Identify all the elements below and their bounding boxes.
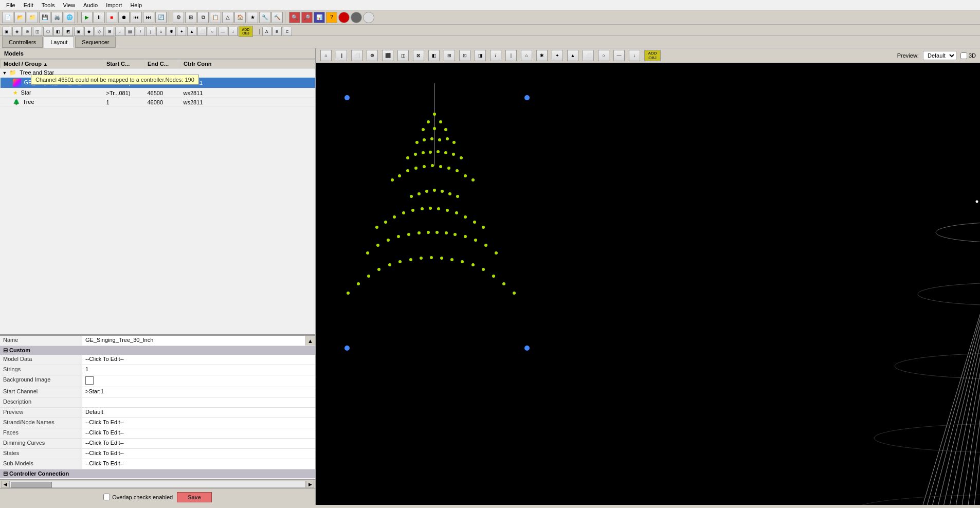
canvas-btn-15[interactable]: ✱ [536, 50, 548, 61]
tab-layout[interactable]: Layout [44, 37, 74, 48]
tb2-r3[interactable]: C [283, 27, 292, 36]
tb2-btn11[interactable]: ⊞ [105, 27, 114, 36]
chart-button[interactable]: 📊 [314, 12, 325, 23]
prop-faces-value[interactable]: --Click To Edit-- [82, 428, 315, 438]
prev-button[interactable]: ⏮ [131, 12, 142, 23]
tb2-btn1[interactable]: ▣ [2, 27, 11, 36]
tab-sequencer[interactable]: Sequencer [75, 37, 116, 48]
collapse-custom[interactable]: ⊟ [3, 347, 8, 353]
tb2-btn13[interactable]: ▤ [125, 27, 135, 36]
hscroll-left[interactable]: ◀ [1, 481, 9, 488]
paste-button[interactable]: 📋 [210, 12, 221, 23]
settings-button[interactable]: ⚙ [173, 12, 184, 23]
canvas-btn-20[interactable]: — [613, 50, 625, 61]
open2-button[interactable]: 📁 [27, 12, 38, 23]
canvas-btn-8[interactable]: ◧ [428, 50, 440, 61]
canvas-area[interactable] [316, 63, 980, 505]
canvas-btn-1[interactable]: ⌂ [320, 50, 332, 61]
hscroll-right[interactable]: ▶ [306, 481, 314, 488]
open-button[interactable]: 📂 [14, 12, 26, 23]
prop-description-value[interactable] [82, 397, 315, 407]
tb2-btn19[interactable]: ▲ [187, 27, 196, 36]
grid-button[interactable]: ⊞ [185, 12, 196, 23]
canvas-btn-2[interactable]: ∥ [336, 50, 347, 61]
canvas-btn-9[interactable]: ⊞ [444, 50, 455, 61]
pause-button[interactable]: ⏸ [94, 12, 105, 23]
col-end-c[interactable]: End C... [144, 60, 180, 68]
tb2-r1[interactable]: A [262, 27, 271, 36]
canvas-btn-add[interactable]: ADDOBJ [644, 50, 661, 61]
overlap-check-label[interactable]: Overlap checks enabled [103, 494, 173, 500]
tb2-btn16[interactable]: ⌂ [156, 27, 166, 36]
stop-button[interactable]: ■ [106, 12, 117, 23]
tb2-add-obj[interactable]: ADDOBJ [239, 26, 253, 37]
tb2-btn4[interactable]: ◫ [33, 27, 42, 36]
menu-view[interactable]: View [59, 1, 79, 9]
white-circle-button[interactable]: ● [363, 12, 374, 23]
tb2-btn9[interactable]: ◆ [84, 27, 94, 36]
collapse-controller[interactable]: ⊟ [3, 470, 8, 477]
gray-circle-button[interactable]: ● [351, 12, 362, 23]
props-scroll-up[interactable]: ▲ [305, 336, 315, 346]
tb2-btn10[interactable]: ◇ [95, 27, 104, 36]
tools2-button[interactable]: 🔧 [259, 12, 270, 23]
tb2-r2[interactable]: B [273, 27, 282, 36]
prop-dimming-curves-value[interactable]: --Click To Edit-- [82, 439, 315, 448]
prop-preview-value[interactable]: Default [82, 408, 315, 418]
house-button[interactable]: 🏠 [234, 12, 246, 23]
tb2-btn7[interactable]: ◩ [64, 27, 73, 36]
menu-audio[interactable]: Audio [79, 1, 102, 9]
tb2-btn15[interactable]: | [146, 27, 155, 36]
tab-controllers[interactable]: Controllers [2, 37, 43, 48]
refresh-button[interactable]: 🔄 [155, 12, 167, 23]
canvas-btn-13[interactable]: | [505, 50, 517, 61]
col-start-c[interactable]: Start C... [103, 60, 144, 68]
canvas-btn-11[interactable]: ◨ [475, 50, 486, 61]
menu-help[interactable]: Help [126, 1, 146, 9]
canvas-btn-10[interactable]: ⊡ [459, 50, 470, 61]
record-button[interactable]: ⏺ [118, 12, 130, 23]
save-button[interactable]: Save [177, 492, 212, 502]
tb2-btn21[interactable]: ○ [208, 27, 217, 36]
table-row[interactable]: 🌲 Tree 1 46080 ws2811 [1, 98, 315, 107]
save-toolbar-button[interactable]: 💾 [39, 12, 50, 23]
play-button[interactable]: ▶ [81, 12, 93, 23]
print-button[interactable]: 🖨️ [51, 12, 63, 23]
render-button[interactable]: 🌐 [64, 12, 75, 23]
prop-start-channel-value[interactable]: >Star:1 [82, 387, 315, 397]
canvas-btn-17[interactable]: ▲ [567, 50, 578, 61]
canvas-btn-5[interactable]: ⬛ [382, 50, 393, 61]
canvas-btn-12[interactable]: / [490, 50, 501, 61]
col-ctrlr-conn[interactable]: Ctrlr Conn [180, 60, 315, 68]
prop-sub-models-value[interactable]: --Click To Edit-- [82, 459, 315, 469]
red-circle-button[interactable]: ● [338, 12, 350, 23]
hscroll-track[interactable] [9, 481, 306, 488]
expand-arrow[interactable]: ▼ [3, 70, 7, 76]
threed-checkbox[interactable] [960, 52, 967, 59]
tb2-btn23[interactable]: ↓ [228, 27, 238, 36]
prop-states-value[interactable]: --Click To Edit-- [82, 449, 315, 459]
star-tool-button[interactable]: ★ [247, 12, 258, 23]
tb2-btn2[interactable]: ◈ [12, 27, 22, 36]
tb2-btn17[interactable]: ✱ [167, 27, 176, 36]
tb2-btn18[interactable]: ✦ [177, 27, 186, 36]
overlap-checkbox[interactable] [103, 494, 110, 500]
search-button[interactable]: 🔍 [289, 12, 300, 23]
hscroll-thumb[interactable] [11, 482, 52, 488]
next-button[interactable]: ⏭ [143, 12, 154, 23]
help-toolbar-button[interactable]: ? [326, 12, 337, 23]
new-button[interactable]: 📄 [2, 12, 13, 23]
hscroll[interactable]: ◀ ▶ [0, 479, 315, 488]
prop-name-value[interactable]: GE_Singing_Tree_30_Inch [82, 336, 305, 346]
prop-strings-value[interactable]: 1 [82, 365, 315, 375]
threed-label[interactable]: 3D [960, 52, 976, 59]
canvas-btn-3[interactable]: ⬜ [351, 50, 362, 61]
tb2-btn12[interactable]: ↓ [115, 27, 124, 36]
preview-select[interactable]: Default [923, 51, 956, 60]
canvas-btn-19[interactable]: ○ [598, 50, 609, 61]
bg-image-checkbox[interactable] [85, 376, 94, 385]
search2-button[interactable]: 🔎 [301, 12, 313, 23]
canvas-btn-6[interactable]: ◫ [397, 50, 409, 61]
prop-model-data-value[interactable]: --Click To Edit-- [82, 355, 315, 365]
tb2-btn20[interactable]: ⬜ [197, 27, 207, 36]
